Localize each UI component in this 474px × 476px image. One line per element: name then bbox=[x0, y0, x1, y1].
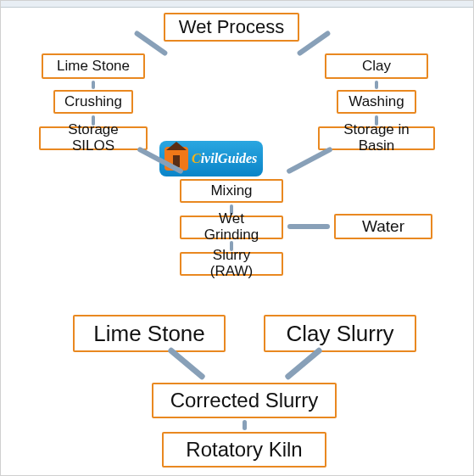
clay-slurry-box: Clay Slurry bbox=[264, 315, 416, 352]
crushing-text: Crushing bbox=[64, 94, 122, 110]
mixing-box: Mixing bbox=[180, 179, 283, 203]
clay-slurry-text: Clay Slurry bbox=[286, 322, 393, 346]
mixing-text: Mixing bbox=[210, 183, 252, 199]
wet-grinding-box: Wet Grinding bbox=[180, 216, 283, 239]
storage-basin-text: Storage in Basin bbox=[330, 122, 423, 154]
connector bbox=[375, 81, 378, 89]
connector bbox=[296, 30, 331, 56]
clay-box: Clay bbox=[325, 53, 428, 79]
washing-text: Washing bbox=[349, 94, 404, 110]
washing-box: Washing bbox=[337, 90, 416, 114]
lime-stone-large-box: Lime Stone bbox=[73, 315, 226, 352]
storage-silos-box: Storage SILOS bbox=[39, 126, 148, 150]
logo-text: CivilGuides bbox=[192, 151, 257, 166]
lime-stone-text: Lime Stone bbox=[57, 59, 130, 75]
top-bar bbox=[1, 1, 473, 8]
connector bbox=[243, 420, 247, 430]
connector bbox=[287, 224, 330, 229]
rotatory-kiln-box: Rotatory Kiln bbox=[162, 432, 326, 468]
water-box: Water bbox=[334, 214, 432, 239]
crushing-box: Crushing bbox=[53, 90, 133, 114]
corrected-slurry-text: Corrected Slurry bbox=[170, 389, 319, 412]
title-text: Wet Process bbox=[179, 17, 284, 37]
storage-silos-text: Storage SILOS bbox=[51, 122, 136, 154]
slurry-raw-box: Slurry (RAW) bbox=[180, 252, 283, 276]
clay-text: Clay bbox=[362, 59, 391, 75]
rotatory-kiln-text: Rotatory Kiln bbox=[186, 439, 302, 461]
connector bbox=[92, 81, 95, 89]
corrected-slurry-box: Corrected Slurry bbox=[152, 383, 337, 418]
lime-stone-large-text: Lime Stone bbox=[93, 322, 205, 346]
storage-basin-box: Storage in Basin bbox=[318, 126, 435, 150]
slurry-raw-text: Slurry (RAW) bbox=[192, 248, 271, 279]
connector bbox=[286, 146, 333, 174]
lime-stone-box: Lime Stone bbox=[42, 53, 145, 79]
wet-grinding-text: Wet Grinding bbox=[192, 211, 271, 243]
title-box: Wet Process bbox=[164, 13, 299, 42]
water-text: Water bbox=[362, 218, 404, 236]
